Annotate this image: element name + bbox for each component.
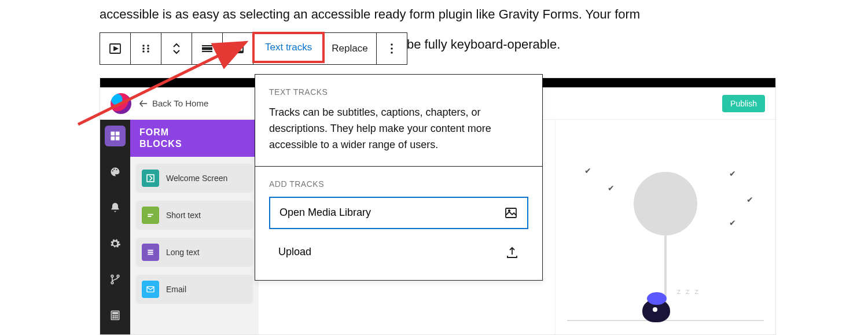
block-item-long-text[interactable]: Long text [136,238,253,267]
more-options-button[interactable] [377,33,407,64]
rail-notifications[interactable] [105,197,126,218]
svg-point-33 [113,315,114,316]
gear-icon [109,238,121,249]
svg-point-38 [117,317,118,318]
svg-point-28 [111,275,113,277]
branch-icon [109,274,121,285]
bird-icon: ✔ [746,195,753,204]
block-label: Short text [166,211,201,220]
block-label: Welcome Screen [166,174,227,183]
svg-point-16 [391,47,393,50]
svg-rect-21 [111,132,115,136]
block-item-short-text[interactable]: Short text [136,201,253,230]
calculator-icon [109,310,121,321]
article-paragraph: accessible is as easy as selecting an ac… [100,5,765,24]
arrow-left-icon [138,98,149,109]
block-item-welcome-screen[interactable]: Welcome Screen [136,164,253,193]
illustration-tree-top [634,172,697,235]
svg-point-25 [112,170,113,171]
align-button[interactable] [192,33,223,64]
svg-point-35 [117,315,118,316]
bird-icon: ✔ [729,169,736,178]
popover-add-section: ADD TRACKS Open Media Library Upload [255,166,542,280]
app-logo-icon [111,93,131,114]
open-media-library-button[interactable]: Open Media Library [269,197,528,229]
video-block-icon-button[interactable] [100,33,131,64]
illustration-sleep-zz: z z z [677,288,700,296]
bell-icon [109,202,121,213]
svg-rect-32 [113,312,117,314]
bird-icon: ✔ [729,218,736,227]
svg-point-37 [115,317,116,318]
preview-panel: z z z ✔ ✔ ✔ ✔ ✔ No Preview Available Yet… [556,120,775,334]
rail-blocks[interactable] [105,126,126,146]
sidebar-title: FORM BLOCKS [130,120,259,157]
rail-results[interactable] [105,305,126,326]
drag-handle-button[interactable] [131,33,161,64]
article-line-1: accessible is as easy as selecting an ac… [100,7,640,21]
svg-rect-24 [116,137,120,141]
publish-button[interactable]: Publish [722,95,765,112]
popover-title: TEXT TRACKS [269,87,528,97]
svg-point-4 [142,47,145,50]
rail-logic[interactable] [105,269,126,290]
svg-point-26 [113,168,115,170]
welcome-screen-icon [142,170,159,187]
chevron-up-down-icon [170,42,183,56]
svg-point-3 [147,45,149,47]
illustration-ground [567,320,764,321]
popover-description: Tracks can be subtitles, captions, chapt… [269,105,528,153]
palette-icon [109,166,121,178]
svg-point-30 [111,282,113,284]
block-toolbar: Text tracks Replace [100,32,407,65]
svg-point-29 [117,275,119,277]
text-tracks-popover: TEXT TRACKS Tracks can be subtitles, cap… [255,74,543,281]
replace-button[interactable]: Replace [323,33,376,64]
block-label: Long text [166,248,200,257]
left-rail [100,120,130,334]
block-item-email[interactable]: Email [136,275,253,304]
svg-point-34 [115,315,116,316]
move-up-down-button[interactable] [161,33,192,64]
rail-settings[interactable] [105,233,126,254]
sidebar: FORM BLOCKS Welcome Screen Short text [130,120,259,334]
illustration-character [642,299,670,322]
drag-handle-icon [139,42,153,56]
block-label: Email [166,285,186,294]
popover-info-section: TEXT TRACKS Tracks can be subtitles, cap… [255,75,542,166]
back-to-home-link[interactable]: Back To Home [138,98,208,109]
svg-point-14 [242,51,243,52]
poster-image-button[interactable] [223,33,253,64]
image-icon [504,206,518,220]
block-list: Welcome Screen Short text Long text [130,157,259,311]
svg-point-17 [391,51,393,54]
grid-icon [109,130,121,142]
long-text-icon [142,244,159,261]
svg-rect-23 [111,137,115,141]
svg-rect-39 [147,175,154,182]
video-block-icon [108,42,122,56]
text-tracks-button[interactable]: Text tracks [252,32,325,63]
svg-point-36 [113,317,114,318]
svg-point-47 [509,209,510,211]
svg-point-13 [240,51,241,52]
svg-point-6 [142,50,145,53]
bird-icon: ✔ [584,166,591,175]
poster-image-icon [231,42,245,56]
kebab-icon [385,42,399,56]
email-icon [142,281,159,298]
svg-point-5 [147,47,149,50]
svg-point-7 [147,50,149,53]
svg-point-12 [238,51,240,52]
svg-point-2 [142,45,145,47]
svg-point-27 [116,169,117,170]
svg-rect-22 [116,132,120,136]
svg-point-15 [391,43,393,46]
upload-icon [505,245,519,259]
article-line-2: should be fully keyboard-operable. [366,35,771,54]
bird-icon: ✔ [608,183,615,193]
upload-button[interactable]: Upload [269,237,528,267]
rail-theme[interactable] [105,161,126,182]
short-text-icon [142,207,159,224]
add-tracks-title: ADD TRACKS [269,179,528,189]
